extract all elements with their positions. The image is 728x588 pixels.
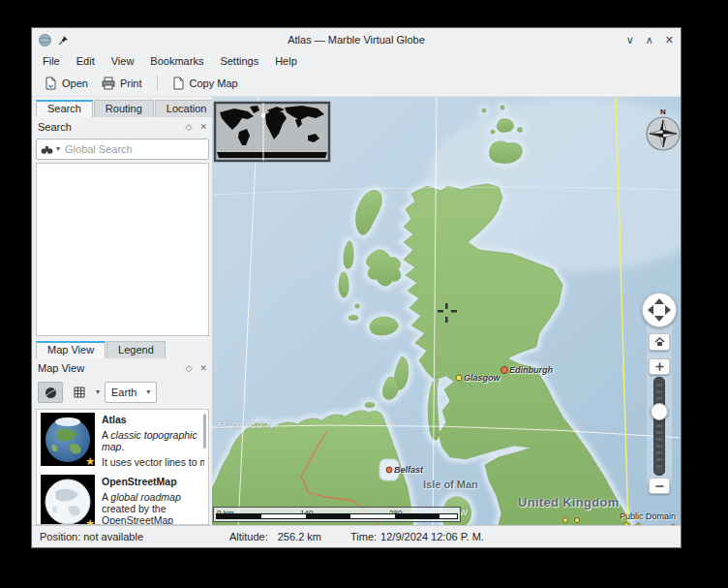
map-list-scrollbar[interactable] xyxy=(203,414,206,449)
town-marker[interactable] xyxy=(624,523,629,526)
titlebar[interactable]: Atlas — Marble Virtual Globe ∨ ∧ ✕ xyxy=(32,28,681,51)
open-file-icon xyxy=(45,77,57,90)
scale-bar: 0 km 140 280 xyxy=(213,507,461,522)
grid-icon xyxy=(74,387,85,398)
search-panel-header: Search ◇ ✕ xyxy=(36,117,212,137)
status-position: Position: not available xyxy=(40,531,229,542)
projection-chevron-icon[interactable]: ▾ xyxy=(96,388,100,396)
status-time: Time: 12/9/2024 12:06 P. M. xyxy=(350,531,484,542)
search-results-list[interactable] xyxy=(36,163,209,336)
close-button[interactable]: ✕ xyxy=(665,28,674,51)
marble-window: Atlas — Marble Virtual Globe ∨ ∧ ✕ File … xyxy=(31,27,682,548)
menu-file[interactable]: File xyxy=(43,55,60,67)
mapview-tabbar: Map View Legend xyxy=(36,340,212,358)
town-marker[interactable] xyxy=(636,524,641,526)
favorite-star-icon: ★ xyxy=(85,517,95,525)
town-marker[interactable] xyxy=(563,518,568,523)
pin-icon[interactable] xyxy=(58,35,69,46)
city-marker-belfast[interactable] xyxy=(386,467,392,473)
chevron-down-icon: ▾ xyxy=(146,388,150,396)
maximize-button[interactable]: ∧ xyxy=(646,28,653,51)
map-canvas[interactable]: N Glasgow Edinburgh Belfast Isle of Man … xyxy=(212,97,681,525)
zoom-slider-handle[interactable] xyxy=(651,403,668,420)
menubar: File Edit View Bookmarks Settings Help xyxy=(32,51,681,71)
map-theme-description: A classic topographic map. xyxy=(102,429,204,452)
screenshot-stage: Atlas — Marble Virtual Globe ∨ ∧ ✕ File … xyxy=(0,0,728,588)
tab-search[interactable]: Search xyxy=(36,100,93,117)
mapview-panel-title: Map View xyxy=(38,362,84,374)
time-value: 12/9/2024 12:06 P. M. xyxy=(380,531,484,542)
map-projection-button[interactable] xyxy=(68,383,91,402)
search-tabbar: Search Routing Location xyxy=(36,99,212,117)
mapview-controls: ▾ Earth ▾ xyxy=(36,378,212,407)
compass-north-label: N xyxy=(660,108,666,116)
planet-dropdown[interactable]: Earth ▾ xyxy=(105,382,157,403)
zoom-out-button[interactable] xyxy=(649,478,670,494)
city-marker-edinburgh[interactable] xyxy=(501,367,508,374)
pan-control[interactable] xyxy=(642,293,677,327)
search-input[interactable] xyxy=(63,142,204,156)
town-marker[interactable] xyxy=(575,518,580,523)
close-panel-icon[interactable]: ✕ xyxy=(199,363,207,373)
menu-edit[interactable]: Edit xyxy=(76,55,95,67)
minus-icon xyxy=(655,484,664,488)
scale-bar-segments xyxy=(216,513,458,519)
celestial-body-button[interactable] xyxy=(38,382,63,403)
search-panel-title: Search xyxy=(38,121,72,133)
search-type-chevron-icon[interactable]: ▾ xyxy=(56,145,60,153)
map-theme-openstreetmap[interactable]: ★ OpenStreetMap A global roadmap created… xyxy=(37,472,208,525)
copy-map-label: Copy Map xyxy=(190,77,238,89)
town-marker[interactable] xyxy=(671,525,676,526)
tab-legend[interactable]: Legend xyxy=(106,341,166,358)
favorite-star-icon: ★ xyxy=(85,455,95,468)
altitude-value: 256.2 km xyxy=(278,531,321,542)
zoom-slider[interactable] xyxy=(653,377,665,476)
minimize-button[interactable]: ∨ xyxy=(626,28,634,51)
pan-left-arrow-icon[interactable] xyxy=(648,305,653,315)
global-search-field[interactable]: ▾ xyxy=(36,139,209,160)
float-panel-icon[interactable]: ◇ xyxy=(186,363,193,373)
zoom-in-button[interactable] xyxy=(649,358,670,375)
tab-map-view[interactable]: Map View xyxy=(36,341,106,358)
menu-settings[interactable]: Settings xyxy=(220,55,258,67)
marble-app-icon xyxy=(39,34,51,46)
toolbar: Open Print Copy Map xyxy=(32,71,681,97)
window-title: Atlas — Marble Virtual Globe xyxy=(32,34,681,46)
planet-dropdown-value: Earth xyxy=(111,387,136,398)
mapview-panel-header: Map View ◇ ✕ xyxy=(36,358,212,378)
map-theme-title: Atlas xyxy=(102,414,204,425)
print-label: Print xyxy=(120,77,142,89)
copy-map-button[interactable]: Copy Map xyxy=(168,75,242,92)
open-label: Open xyxy=(62,77,88,89)
pan-up-arrow-icon[interactable] xyxy=(654,298,664,304)
map-navigation xyxy=(642,293,677,496)
map-theme-title: OpenStreetMap xyxy=(102,476,204,487)
city-marker-glasgow[interactable] xyxy=(456,375,462,381)
pan-right-arrow-icon[interactable] xyxy=(665,305,671,315)
tab-location[interactable]: Location xyxy=(155,100,219,117)
position-dot xyxy=(261,113,266,118)
left-dock: Search Routing Location Search ◇ ✕ xyxy=(32,97,212,525)
pan-down-arrow-icon[interactable] xyxy=(654,316,664,322)
print-icon xyxy=(102,77,115,90)
status-altitude: Altitude: 256.2 km xyxy=(229,531,321,542)
map-theme-atlas[interactable]: ★ Atlas A classic topographic map. It us… xyxy=(37,410,208,472)
atlas-thumbnail: ★ xyxy=(41,413,95,466)
close-panel-icon[interactable]: ✕ xyxy=(199,122,207,132)
menu-bookmarks[interactable]: Bookmarks xyxy=(150,55,203,67)
statusbar: Position: not available Altitude: 256.2 … xyxy=(32,525,681,547)
float-panel-icon[interactable]: ◇ xyxy=(186,122,193,132)
tab-routing[interactable]: Routing xyxy=(94,100,154,117)
home-button[interactable] xyxy=(649,333,670,351)
menu-help[interactable]: Help xyxy=(275,55,297,67)
open-button[interactable]: Open xyxy=(41,75,92,92)
home-icon xyxy=(654,337,665,347)
toolbar-separator xyxy=(157,76,158,91)
copy-map-icon xyxy=(172,77,185,90)
overview-map[interactable] xyxy=(215,103,329,161)
menu-view[interactable]: View xyxy=(111,55,135,67)
binoculars-icon xyxy=(41,144,53,155)
osm-thumbnail: ★ xyxy=(41,475,95,525)
print-button[interactable]: Print xyxy=(98,75,146,92)
globe-projection-icon xyxy=(45,387,57,399)
